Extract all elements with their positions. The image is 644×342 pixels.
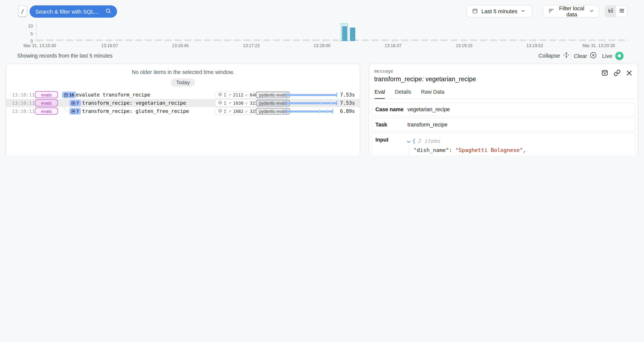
copy-link-icon[interactable] (614, 69, 620, 76)
timeline-histogram[interactable]: 10 5 0 Mar 31. 13:15:30 13:16:07 13:16:4… (0, 22, 644, 49)
search-placeholder: Search & filter with SQL... (36, 8, 101, 14)
service-badge[interactable]: evals (35, 99, 58, 106)
sigma-icon: Σ (224, 100, 226, 106)
service-badge[interactable]: evals (35, 108, 58, 114)
live-label: Live (602, 53, 612, 59)
tab-details[interactable]: Details (395, 89, 411, 98)
expand-span-pill[interactable]: 7 (69, 108, 81, 114)
filter-label: Filter local data (557, 5, 586, 18)
x-tick-mark (535, 41, 535, 43)
x-tick-label: 13:19:15 (456, 43, 472, 48)
close-icon[interactable] (626, 70, 632, 76)
filter-icon (548, 8, 554, 15)
span-name[interactable]: transform_recipe: vegetarian_recipe (82, 100, 186, 106)
dock-panel-icon[interactable] (601, 69, 608, 76)
day-divider[interactable]: Today (171, 78, 195, 86)
arrow-down-left-icon: ↙ (245, 93, 248, 97)
span-name[interactable]: transform_recipe: gluten_free_recipe (82, 108, 189, 114)
arrow-up-right-icon: ↗ (228, 93, 232, 97)
tab-eval[interactable]: Eval (374, 89, 385, 99)
time-range-dropdown[interactable]: Last 5 minutes (466, 5, 532, 18)
chevron-down-icon (521, 8, 525, 14)
input-json-viewer[interactable]: {2 items "dish_name": "Spaghetti Bologne… (407, 137, 635, 155)
y-tick-5: 5 (24, 31, 33, 36)
x-tick-mark (110, 41, 110, 43)
histogram-bar[interactable] (342, 26, 347, 41)
package-badge[interactable]: pydantic-evals (256, 108, 290, 114)
x-tick-label: 13:18:37 (384, 43, 402, 48)
histogram-bar[interactable] (350, 28, 355, 41)
clear-label: Clear (574, 53, 587, 59)
token-metrics-pill: Σ ↗ 1082 ↙ 325 (215, 108, 261, 115)
collapse-span-pill[interactable]: 16 (62, 92, 76, 98)
trace-row-selected[interactable]: 13:18:11 evals 7 transform_recipe: veget… (6, 99, 360, 107)
coin-icon (218, 92, 222, 98)
trace-row[interactable]: 13:18:11 evals 7 transform_recipe: glute… (6, 107, 360, 115)
input-token-count: 1082 (233, 109, 244, 114)
row-timestamp: 13:18:11 (12, 100, 35, 106)
duration-bar (286, 92, 337, 97)
status-row: Showing records from the last 5 minutes … (0, 51, 644, 62)
sigma-icon: Σ (224, 92, 226, 97)
empty-window-notice: No older items in the selected time wind… (6, 69, 360, 75)
x-tick-mark (322, 41, 322, 43)
showing-records-text: Showing records from the last 5 minutes (17, 52, 112, 59)
plus-box-icon (72, 101, 75, 105)
plus-box-icon (72, 109, 75, 113)
expand-span-pill[interactable]: 7 (69, 100, 81, 106)
coin-icon (218, 100, 222, 106)
package-badge[interactable]: pydantic-evals (256, 100, 290, 106)
span-name[interactable]: evaluate transform_recipe (76, 92, 150, 98)
x-tick-label: 13:18:00 (314, 43, 330, 48)
tree-view-toggle[interactable] (605, 6, 616, 17)
arrow-down-left-icon: ↙ (245, 101, 248, 105)
collapse-icon (563, 52, 570, 60)
y-tick-mark (34, 26, 36, 26)
duration-bar (286, 109, 333, 114)
tab-raw-data[interactable]: Raw Data (421, 89, 444, 98)
eval-tab-content: Case name vegetarian_recipe Task transfo… (369, 99, 638, 155)
child-count: 7 (76, 100, 79, 106)
span-kind-label: message (374, 68, 632, 74)
y-tick-mark (34, 33, 36, 34)
collapse-node-icon[interactable] (407, 139, 410, 143)
json-key: "dietary_restriction": (414, 155, 484, 155)
tree-view-icon (608, 8, 614, 15)
view-toggle-group (604, 6, 628, 17)
service-badge[interactable]: evals (35, 91, 58, 98)
coin-icon (218, 108, 222, 114)
x-tick-label: Mar 31. 13:15:30 (24, 43, 56, 48)
collapse-button[interactable]: Collapse (538, 52, 570, 60)
search-button[interactable]: Search & filter with SQL... (30, 6, 117, 18)
x-tick-mark (252, 41, 252, 43)
input-token-count: 2112 (233, 92, 244, 97)
sigma-icon: Σ (224, 109, 226, 114)
time-range-label: Last 5 minutes (481, 8, 518, 14)
duration-bar (286, 100, 337, 106)
x-tick-mark (606, 41, 606, 43)
x-tick-mark (393, 41, 393, 43)
list-view-toggle[interactable] (616, 6, 627, 17)
x-tick-mark (38, 41, 39, 43)
trace-row[interactable]: 13:18:11 evals 16 evaluate transform_rec… (6, 91, 360, 99)
filter-local-data-dropdown[interactable]: Filter local data (543, 5, 599, 18)
arrow-down-left-icon: ↙ (245, 109, 248, 113)
y-tick-mark (34, 40, 36, 41)
empty-bins-dashes (36, 40, 628, 41)
package-badge[interactable]: pydantic-evals (256, 92, 290, 98)
live-toggle[interactable]: Live (602, 52, 623, 60)
details-tabs: Eval Details Raw Data (369, 89, 638, 99)
x-tick-mark (464, 41, 464, 43)
app-window: / Search & filter with SQL... Last 5 min… (0, 0, 644, 155)
x-tick-label: 13:16:45 (172, 43, 189, 48)
field-label: Input (372, 137, 408, 155)
x-tick-label: 13:19:52 (526, 43, 543, 48)
y-axis-line (36, 24, 36, 41)
child-count: 7 (76, 109, 79, 114)
input-row: Input {2 items "dish_name": "Spaghetti B… (372, 133, 636, 155)
input-token-count: 1030 (233, 100, 244, 106)
case-name-value: vegetarian_recipe (407, 106, 635, 112)
arrow-up-right-icon: ↗ (228, 109, 232, 113)
clear-button[interactable]: Clear (574, 52, 597, 60)
duration-text: 7.53s (330, 100, 355, 106)
